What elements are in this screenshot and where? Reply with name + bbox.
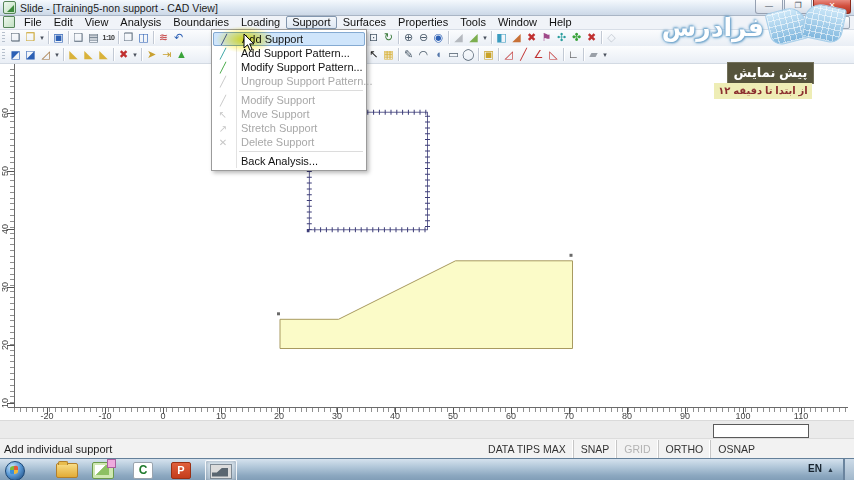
measure-triangle-icon[interactable]: ◿ bbox=[501, 47, 516, 62]
window-controls: —❐✕ bbox=[755, 0, 854, 14]
menubar-file[interactable]: File bbox=[18, 16, 48, 29]
delete-boundary-icon[interactable]: ✖ bbox=[116, 47, 131, 62]
menu-item-add-support[interactable]: ╱Add Support bbox=[213, 32, 365, 46]
dropdown-caret-icon[interactable]: ▾ bbox=[601, 51, 609, 59]
taskbar-slide-interpret-button[interactable] bbox=[205, 460, 237, 480]
measure-arc-icon[interactable]: ◺ bbox=[546, 47, 561, 62]
show-desktop-button[interactable] bbox=[843, 459, 854, 480]
menubar-support[interactable]: Support bbox=[286, 16, 337, 29]
menubar-view[interactable]: View bbox=[79, 16, 115, 29]
wedge-gray-icon[interactable]: ◢ bbox=[451, 30, 466, 45]
menubar-surfaces[interactable]: Surfaces bbox=[337, 16, 392, 29]
wedge-green-icon[interactable]: ◢ bbox=[466, 30, 481, 45]
taskbar-explorer-button[interactable] bbox=[52, 460, 82, 480]
preview-badge-subtitle: از ابتدا تا دقیقه ۱۲ bbox=[714, 83, 812, 99]
slope-limits-icon[interactable]: ◿ bbox=[38, 47, 53, 62]
zoom-extents-icon[interactable]: ◉ bbox=[431, 30, 446, 45]
status-toggle-grid[interactable]: GRID bbox=[616, 440, 657, 458]
distributed-load-icon[interactable]: ⇥ bbox=[159, 47, 174, 62]
ghost-tool-icon[interactable]: ◇ bbox=[604, 30, 619, 45]
menubar-window[interactable]: Window bbox=[492, 16, 543, 29]
menubar-properties[interactable]: Properties bbox=[392, 16, 454, 29]
status-toggle-ortho[interactable]: ORTHO bbox=[658, 440, 711, 458]
dropdown-caret-icon[interactable]: ▾ bbox=[38, 34, 46, 42]
taskbar-powerpoint-button[interactable]: P bbox=[166, 460, 196, 480]
add-external-boundary-icon[interactable]: ◩ bbox=[8, 47, 23, 62]
taskbar-slide-model-button[interactable] bbox=[88, 460, 118, 480]
measure-angle-icon[interactable]: ∠ bbox=[531, 47, 546, 62]
menu-item-modify-support-pattern[interactable]: ╱Modify Support Pattern... bbox=[212, 60, 366, 74]
menubar-help[interactable]: Help bbox=[543, 16, 578, 29]
add-load-icon[interactable]: ➤ bbox=[144, 47, 159, 62]
eraser-icon[interactable]: ▰ bbox=[586, 47, 601, 62]
menubar-analysis[interactable]: Analysis bbox=[114, 16, 167, 29]
delete-wedge-icon[interactable]: ✖ bbox=[524, 30, 539, 45]
select-arrow-icon[interactable]: ↖ bbox=[366, 47, 381, 62]
dropdown-caret-icon[interactable]: ▾ bbox=[481, 34, 489, 42]
close-button[interactable]: ✕ bbox=[813, 0, 851, 14]
zoom-out-icon[interactable]: ⊖ bbox=[416, 30, 431, 45]
status-toggle-snap[interactable]: SNAP bbox=[573, 440, 617, 458]
water-table-icon[interactable]: ▲ bbox=[174, 47, 189, 62]
menu-item-add-support-pattern[interactable]: ╱Add Support Pattern... bbox=[212, 46, 366, 60]
scatter-delete-icon[interactable]: ✖ bbox=[584, 30, 599, 45]
bolt-icon[interactable]: ⚑ bbox=[539, 30, 554, 45]
open-file-icon[interactable]: ❒ bbox=[23, 30, 38, 45]
zoom-in-icon[interactable]: ⊕ bbox=[401, 30, 416, 45]
pencil-icon[interactable]: ✎ bbox=[401, 47, 416, 62]
status-toggle-osnap[interactable]: OSNAP bbox=[710, 440, 762, 458]
zoom-window-icon[interactable]: ⊡ bbox=[366, 30, 381, 45]
split-view-icon[interactable]: ◫ bbox=[136, 30, 151, 45]
menubar-loading[interactable]: Loading bbox=[235, 16, 286, 29]
print-icon[interactable]: ▤ bbox=[86, 30, 101, 45]
dropdown-caret-icon[interactable]: ▾ bbox=[131, 51, 139, 59]
ellipse-tool-icon[interactable]: ◯ bbox=[461, 47, 476, 62]
status-toggle-data-tips-max[interactable]: DATA TIPS MAX bbox=[481, 440, 573, 458]
undo-icon[interactable]: ↶ bbox=[171, 30, 186, 45]
wedge-orange-icon[interactable]: ◢ bbox=[509, 30, 524, 45]
menu-item-label: Ungroup Support Pattern... bbox=[234, 75, 372, 87]
add-material-icon[interactable]: ◧ bbox=[494, 30, 509, 45]
toolbar-separator bbox=[153, 31, 154, 44]
slope-boundary-polygon[interactable] bbox=[280, 261, 573, 349]
minimize-button[interactable]: — bbox=[755, 0, 783, 14]
print-preview-icon[interactable]: ❑ bbox=[71, 30, 86, 45]
new-file-icon[interactable]: ❏ bbox=[8, 30, 23, 45]
region-tool-icon[interactable]: ◖ bbox=[431, 47, 446, 62]
mdi-restore-button[interactable]: ❐ bbox=[812, 16, 830, 29]
start-button[interactable] bbox=[5, 461, 25, 480]
scatter-move-icon[interactable]: ✤ bbox=[569, 30, 584, 45]
scatter-add-icon[interactable]: ✣ bbox=[554, 30, 569, 45]
save-icon[interactable]: ▣ bbox=[51, 30, 66, 45]
taskbar-c-app-button[interactable]: C bbox=[128, 460, 158, 480]
measure-line-icon[interactable]: ╱ bbox=[516, 47, 531, 62]
mdi-close-button[interactable]: ✕ bbox=[832, 16, 850, 29]
menu-item-label: Add Support bbox=[235, 33, 303, 45]
vertex-snap-icon[interactable]: ▣ bbox=[481, 47, 496, 62]
toolbar-drag-handle[interactable] bbox=[2, 49, 5, 61]
wedge-yellow2-icon[interactable]: ◣ bbox=[81, 47, 96, 62]
add-boundary-icon[interactable]: ◪ bbox=[23, 47, 38, 62]
lower-strip bbox=[0, 420, 854, 439]
axes-icon[interactable]: ∟ bbox=[566, 47, 581, 62]
maximize-button[interactable]: ❐ bbox=[784, 0, 812, 14]
tray-expand-icon[interactable]: ▲ bbox=[827, 466, 834, 473]
menubar-edit[interactable]: Edit bbox=[48, 16, 79, 29]
snap-grid-icon[interactable]: ▦ bbox=[381, 47, 396, 62]
contours-icon[interactable]: ≋ bbox=[156, 30, 171, 45]
wedge-yellow1-icon[interactable]: ◣ bbox=[66, 47, 81, 62]
pan-icon[interactable]: ↻ bbox=[381, 30, 396, 45]
copy-icon[interactable]: ❐ bbox=[121, 30, 136, 45]
wedge-yellow3-icon[interactable]: ◣ bbox=[96, 47, 111, 62]
model-drawing[interactable] bbox=[0, 63, 854, 420]
cad-drawing-area[interactable]: -20-100102030405060708090100110605040302… bbox=[0, 63, 854, 420]
zoom-scale-icon[interactable]: 1:10 bbox=[101, 30, 116, 45]
arc-tool-icon[interactable]: ◠ bbox=[416, 47, 431, 62]
toolbar-drag-handle[interactable] bbox=[2, 32, 5, 44]
menu-item-back-analysis[interactable]: Back Analysis... bbox=[212, 154, 366, 168]
dropdown-caret-icon[interactable]: ▾ bbox=[53, 51, 61, 59]
menubar-boundaries[interactable]: Boundaries bbox=[167, 16, 235, 29]
rectangle-tool-icon[interactable]: ▭ bbox=[446, 47, 461, 62]
language-indicator[interactable]: EN bbox=[808, 463, 822, 474]
menubar-tools[interactable]: Tools bbox=[454, 16, 492, 29]
